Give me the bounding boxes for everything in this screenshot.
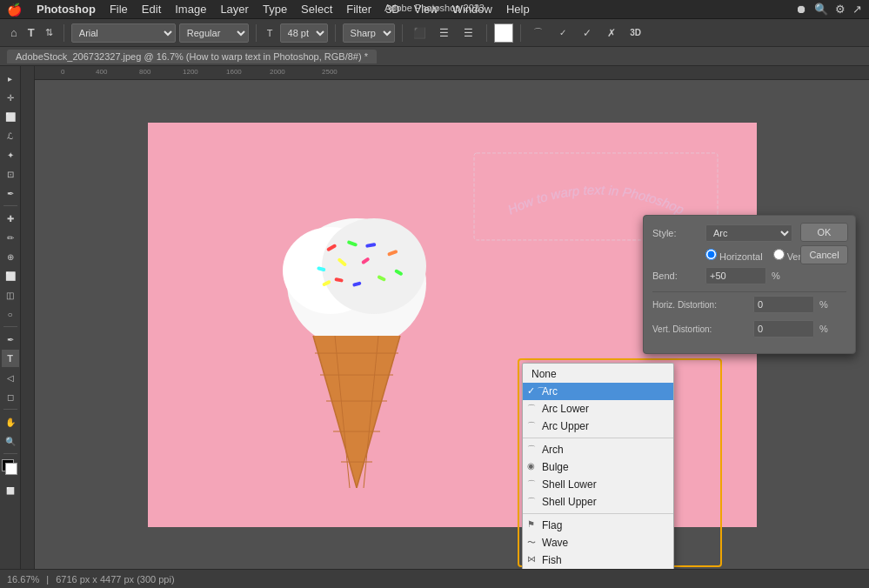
menu-3d[interactable]: 3D: [378, 1, 407, 17]
warp-text-btn[interactable]: ⌒: [528, 23, 549, 43]
separator-3: [335, 24, 336, 42]
tool-move[interactable]: ✛: [2, 89, 19, 106]
font-family-select[interactable]: Arial: [71, 23, 176, 43]
tool-type-btn[interactable]: T: [24, 23, 38, 43]
menu-image[interactable]: Image: [168, 1, 213, 17]
tool-crop[interactable]: ⊡: [2, 165, 19, 183]
horizontal-radio[interactable]: [705, 249, 717, 260]
apple-icon[interactable]: 🍎: [7, 3, 21, 17]
separator-2: [523, 513, 673, 514]
separator-6: [520, 24, 521, 42]
tool-hand[interactable]: ✋: [2, 413, 19, 431]
tool-move-btn[interactable]: ⌂: [7, 23, 21, 43]
menu-type[interactable]: Type: [256, 1, 294, 17]
tool-path-select[interactable]: ◁: [2, 369, 19, 386]
arc-icon: ⌒: [537, 385, 545, 398]
dropdown-shell-lower[interactable]: ⌒Shell Lower: [523, 476, 673, 493]
search-icon[interactable]: 🔍: [814, 3, 828, 16]
check-btn[interactable]: ✓: [577, 23, 598, 43]
tool-eyedropper[interactable]: ✒: [2, 184, 19, 202]
menu-layer[interactable]: Layer: [213, 1, 256, 17]
tool-type[interactable]: T: [2, 350, 19, 367]
font-style-select[interactable]: Regular: [179, 23, 249, 43]
separator-4: [402, 24, 403, 42]
vert-label: Vert. Distortion:: [652, 324, 748, 334]
style-label: Style:: [652, 228, 700, 238]
bend-input[interactable]: +50: [705, 267, 766, 284]
align-left-btn[interactable]: ⬛: [410, 23, 431, 43]
tool-orient-btn[interactable]: ⇅: [42, 23, 57, 43]
toolbar: ⌂ T ⇅ Arial Regular T 48 pt Sharp ⬛ ☰ ☰ …: [0, 19, 869, 47]
horiz-unit: %: [819, 299, 828, 310]
menu-file[interactable]: File: [103, 1, 135, 17]
style-dropdown[interactable]: None ✓ ⌒ Arc ⌒Arc Lower ⌒Arc Upper ⌒Arch: [522, 363, 674, 569]
style-select[interactable]: Arc: [705, 224, 792, 242]
horizontal-radio-label[interactable]: Horizontal: [705, 249, 763, 262]
horiz-label: Horiz. Distortion:: [652, 300, 748, 310]
ok-button[interactable]: OK: [800, 223, 848, 242]
vertical-radio[interactable]: [773, 249, 785, 260]
align-right-btn[interactable]: ☰: [458, 23, 479, 43]
tool-magic-wand[interactable]: ✦: [2, 146, 19, 164]
menu-edit[interactable]: Edit: [135, 1, 168, 17]
fish-icon: ⋈: [527, 554, 536, 564]
dropdown-shell-upper[interactable]: ⌒Shell Upper: [523, 493, 673, 511]
dropdown-fish[interactable]: ⋈Fish: [523, 551, 673, 569]
dropdown-wave[interactable]: 〜Wave: [523, 534, 673, 551]
tool-lasso[interactable]: ℒ: [2, 127, 19, 144]
status-bar: 16.67% | 6716 px x 4477 px (300 ppi): [0, 569, 869, 588]
menu-window[interactable]: Window: [445, 1, 499, 17]
cancel-button[interactable]: Cancel: [800, 245, 848, 264]
text-color-swatch[interactable]: [494, 23, 513, 43]
dropdown-arch[interactable]: ⌒Arch: [523, 441, 673, 458]
settings-icon[interactable]: ⚙: [835, 3, 846, 16]
dropdown-bulge[interactable]: ◉Bulge: [523, 458, 673, 476]
tool-eraser[interactable]: ⬜: [2, 267, 19, 284]
antialiasing-select[interactable]: Sharp: [343, 23, 395, 43]
canvas-area: 0 400 800 1200 1600 2000 2500: [21, 66, 869, 569]
dialog-buttons: OK Cancel: [800, 223, 848, 264]
ruler-left: [21, 66, 35, 569]
separator-1: [523, 438, 673, 438]
share-icon[interactable]: ↗: [852, 3, 862, 16]
menu-view[interactable]: View: [407, 1, 445, 17]
screen-mode-icon[interactable]: ⏺: [796, 3, 807, 16]
main-area: ▸ ✛ ⬜ ℒ ✦ ⊡ ✒ ✚ ✏ ⊕ ⬜ ◫ ○ ✒ T ◁ ◻ ✋ 🔍 ⬜: [0, 66, 869, 569]
tool-pen[interactable]: ✒: [2, 331, 19, 348]
dropdown-arc-upper[interactable]: ⌒Arc Upper: [523, 418, 673, 435]
horiz-input[interactable]: 0: [753, 296, 814, 313]
menu-filter[interactable]: Filter: [339, 1, 378, 17]
tool-dodge[interactable]: ○: [2, 305, 19, 323]
document-tab[interactable]: AdobeStock_206732327.jpeg @ 16.7% (How t…: [7, 50, 377, 63]
font-size-select[interactable]: 48 pt: [280, 23, 328, 43]
bend-unit: %: [772, 271, 780, 281]
tool-brush[interactable]: ✏: [2, 229, 19, 246]
vert-input[interactable]: 0: [753, 320, 814, 337]
shell-upper-icon: ⌒: [527, 496, 536, 508]
cancel-commit-btn[interactable]: ✗: [601, 23, 622, 43]
foreground-color[interactable]: [2, 459, 19, 477]
arch-icon: ⌒: [527, 444, 536, 456]
tab-bar: AdobeStock_206732327.jpeg @ 16.7% (How t…: [0, 47, 869, 66]
tool-clone[interactable]: ⊕: [2, 248, 19, 265]
tool-arrow[interactable]: ▸: [2, 70, 19, 87]
menu-help[interactable]: Help: [499, 1, 537, 17]
icecream-image: [261, 149, 452, 488]
vert-row: Vert. Distortion: 0 %: [652, 320, 846, 337]
canvas-container: How to warp text in Photoshop How to war…: [35, 80, 869, 569]
align-center-btn[interactable]: ☰: [434, 23, 455, 43]
tool-zoom[interactable]: 🔍: [2, 432, 19, 450]
tool-shape[interactable]: ◻: [2, 388, 19, 405]
tool-heal[interactable]: ✚: [2, 210, 19, 227]
quick-mask-btn[interactable]: ⬜: [2, 482, 19, 499]
dropdown-none[interactable]: None: [523, 365, 673, 383]
menu-photoshop[interactable]: Photoshop: [30, 1, 103, 17]
dropdown-arc[interactable]: ✓ ⌒ Arc: [523, 383, 673, 400]
tool-gradient[interactable]: ◫: [2, 286, 19, 304]
3d-text-btn[interactable]: 3D: [625, 23, 646, 43]
tool-marquee[interactable]: ⬜: [2, 108, 19, 125]
dropdown-flag[interactable]: ⚑Flag: [523, 517, 673, 534]
toggle-3d-btn[interactable]: ✓: [552, 23, 573, 43]
menu-select[interactable]: Select: [294, 1, 339, 17]
dropdown-arc-lower[interactable]: ⌒Arc Lower: [523, 400, 673, 418]
